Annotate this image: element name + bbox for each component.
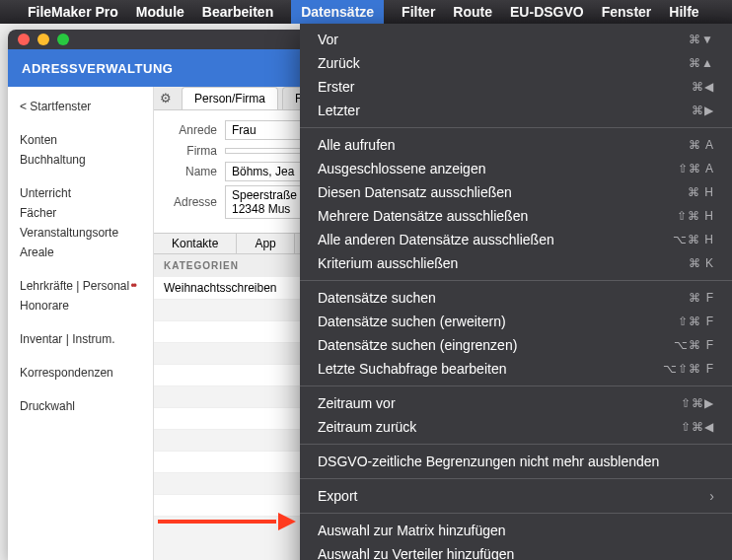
menu-item-label: Auswahl zur Matrix hinzufügen: [318, 523, 506, 538]
tab-person-firma[interactable]: Person/Firma: [182, 87, 278, 109]
menu-item-label: Datensätze suchen (eingrenzen): [318, 337, 517, 353]
menu-shortcut: ⌘ F: [689, 291, 714, 305]
menu-shortcut: ⌘ A: [689, 138, 714, 152]
sidebar-item-inventar[interactable]: Inventar | Instrum.: [20, 329, 141, 349]
menu-item-label: Vor: [318, 32, 338, 47]
menu-item-label: Letzte Suchabfrage bearbeiten: [318, 361, 506, 377]
menu-item[interactable]: Zeitraum zurück⇧⌘◀: [300, 415, 732, 439]
menu-item[interactable]: Diesen Datensatz ausschließen⌘ H: [300, 180, 732, 204]
tab-app[interactable]: App: [237, 234, 294, 253]
menu-item-label: Export: [318, 488, 357, 504]
menu-item[interactable]: DSGVO-zeitliche Begrenzungen nicht mehr …: [300, 450, 732, 473]
sidebar-back[interactable]: < Startfenster: [20, 97, 141, 116]
menu-item[interactable]: Datensätze suchen (eingrenzen)⌥⌘ F: [300, 333, 732, 357]
page-title: ADRESSVERWALTUNG: [22, 61, 173, 76]
menu-shortcut: ⇧⌘ H: [677, 209, 714, 223]
sidebar-item-korrespondenzen[interactable]: Korrespondenzen: [20, 363, 141, 383]
menu-item-label: Alle anderen Datensätze ausschließen: [318, 232, 554, 247]
label-firma: Firma: [168, 144, 217, 158]
label-anrede: Anrede: [168, 123, 217, 137]
sidebar-item-unterricht[interactable]: Unterricht: [20, 183, 141, 203]
menu-separator: [300, 127, 732, 128]
chevron-right-icon: ›: [709, 488, 714, 504]
menu-item-label: Zurück: [318, 55, 360, 71]
menu-item[interactable]: Alle aufrufen⌘ A: [300, 133, 732, 157]
menu-shortcut: ⌘▼: [689, 33, 714, 46]
menu-shortcut: ⌥⌘ F: [674, 338, 714, 352]
label-name: Name: [168, 165, 217, 178]
menu-item-label: Zeitraum zurück: [318, 419, 416, 435]
menu-shortcut: ⌘◀: [692, 80, 714, 94]
menu-separator: [300, 478, 732, 479]
sidebar-item-veranstaltungsorte[interactable]: Veranstaltungsorte: [20, 223, 141, 243]
menu-module[interactable]: Module: [136, 4, 184, 20]
menu-shortcut: ⌘▲: [689, 56, 714, 70]
datensaetze-menu: Vor⌘▼Zurück⌘▲Erster⌘◀Letzter⌘▶Alle aufru…: [300, 24, 732, 560]
menu-item-label: Alle aufrufen: [318, 137, 396, 153]
app-name[interactable]: FileMaker Pro: [28, 4, 118, 20]
menu-item-label: Erster: [318, 79, 354, 95]
menu-item[interactable]: Export›: [300, 484, 732, 508]
menu-shortcut: ⇧⌘◀: [681, 420, 714, 434]
menu-item[interactable]: Datensätze suchen (erweitern)⇧⌘ F: [300, 310, 732, 333]
menu-shortcut: ⌘ H: [688, 185, 714, 199]
close-icon[interactable]: [18, 34, 30, 45]
menu-item[interactable]: Vor⌘▼: [300, 28, 732, 51]
menu-item-label: Datensätze suchen (erweitern): [318, 314, 506, 329]
menu-item[interactable]: Zeitraum vor⇧⌘▶: [300, 391, 732, 415]
menu-route[interactable]: Route: [453, 4, 492, 20]
menu-item-label: Diesen Datensatz ausschließen: [318, 184, 512, 200]
menu-shortcut: ⌘▶: [692, 104, 714, 117]
mac-menubar: FileMaker Pro Module Bearbeiten Datensät…: [0, 0, 732, 24]
menu-item-label: Letzter: [318, 103, 360, 118]
menu-shortcut: ⇧⌘▶: [681, 396, 714, 410]
menu-item[interactable]: Auswahl zu Verteiler hinzufügen: [300, 542, 732, 560]
sidebar-item-druckwahl[interactable]: Druckwahl: [20, 396, 141, 416]
menu-separator: [300, 280, 732, 281]
menu-item[interactable]: Kriterium ausschließen⌘ K: [300, 251, 732, 275]
sidebar-item-konten[interactable]: Konten: [20, 130, 141, 150]
menu-bearbeiten[interactable]: Bearbeiten: [202, 4, 273, 20]
menu-shortcut: ⌥⇧⌘ F: [663, 362, 714, 376]
menu-shortcut: ⇧⌘ A: [678, 162, 714, 175]
sidebar: < Startfenster Konten Buchhaltung Unterr…: [8, 87, 154, 560]
tab-kontakte[interactable]: Kontakte: [154, 234, 237, 253]
menu-item-label: Auswahl zu Verteiler hinzufügen: [318, 546, 514, 560]
menu-item-label: DSGVO-zeitliche Begrenzungen nicht mehr …: [318, 454, 659, 469]
menu-item-label: Zeitraum vor: [318, 395, 396, 411]
menu-filter[interactable]: Filter: [402, 4, 435, 20]
menu-hilfe[interactable]: Hilfe: [669, 4, 698, 20]
menu-separator: [300, 444, 732, 445]
menu-item[interactable]: Letzter⌘▶: [300, 99, 732, 122]
minimize-icon[interactable]: [37, 34, 49, 45]
label-adresse: Adresse: [168, 195, 217, 209]
arrow-head-icon: [278, 513, 296, 530]
annotation-arrow: [158, 515, 296, 528]
sidebar-item-lehrkraefte[interactable]: Lehrkräfte | Personal: [20, 276, 141, 296]
menu-item[interactable]: Mehrere Datensätze ausschließen⇧⌘ H: [300, 204, 732, 228]
menu-eu-dsgvo[interactable]: EU-DSGVO: [510, 4, 584, 20]
menu-datensaetze[interactable]: Datensätze: [291, 0, 384, 24]
menu-separator: [300, 513, 732, 514]
sidebar-item-honorare[interactable]: Honorare: [20, 296, 141, 315]
sidebar-item-areale[interactable]: Areale: [20, 243, 141, 262]
menu-item[interactable]: Ausgeschlossene anzeigen⇧⌘ A: [300, 157, 732, 180]
menu-item-label: Ausgeschlossene anzeigen: [318, 161, 485, 176]
menu-item[interactable]: Auswahl zur Matrix hinzufügen: [300, 519, 732, 542]
menu-item[interactable]: Datensätze suchen⌘ F: [300, 286, 732, 310]
sidebar-item-faecher[interactable]: Fächer: [20, 203, 141, 223]
sidebar-item-buchhaltung[interactable]: Buchhaltung: [20, 150, 141, 170]
menu-item[interactable]: Erster⌘◀: [300, 75, 732, 99]
arrow-line: [158, 520, 276, 524]
menu-item[interactable]: Zurück⌘▲: [300, 51, 732, 75]
menu-item-label: Mehrere Datensätze ausschließen: [318, 208, 528, 224]
menu-shortcut: ⌥⌘ H: [673, 233, 714, 246]
menu-item[interactable]: Alle anderen Datensätze ausschließen⌥⌘ H: [300, 228, 732, 251]
menu-fenster[interactable]: Fenster: [602, 4, 652, 20]
menu-shortcut: ⇧⌘ F: [678, 315, 714, 328]
zoom-icon[interactable]: [57, 34, 69, 45]
menu-item-label: Kriterium ausschließen: [318, 255, 458, 271]
menu-shortcut: ⌘ K: [689, 256, 714, 270]
menu-item[interactable]: Letzte Suchabfrage bearbeiten⌥⇧⌘ F: [300, 357, 732, 381]
gear-icon[interactable]: ⚙: [154, 91, 178, 105]
